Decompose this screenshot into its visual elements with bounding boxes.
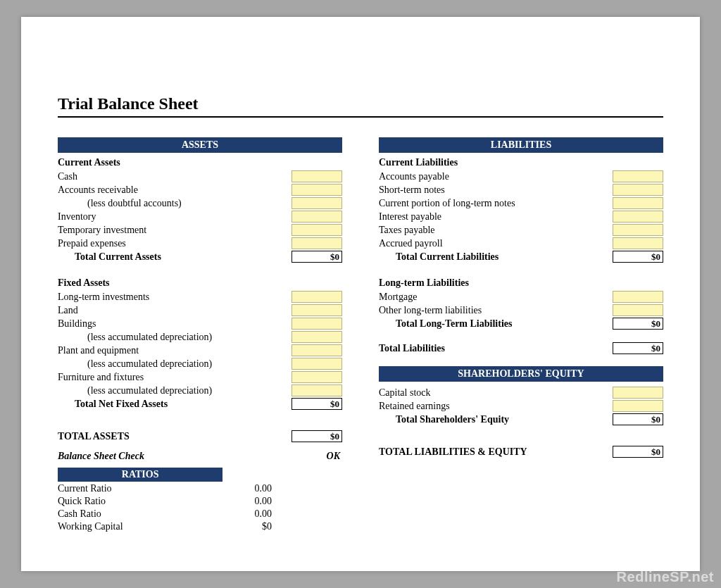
balance-check-row: Balance Sheet Check OK	[58, 451, 342, 462]
ratio-value: $0	[223, 521, 274, 534]
total-label: Total Long-Term Liabilities	[379, 318, 608, 330]
line-item: Interest payable	[379, 210, 663, 223]
line-item-label: Accrued payroll	[379, 238, 608, 249]
value-cell[interactable]	[291, 384, 342, 396]
page-title: Trial Balance Sheet	[58, 94, 663, 118]
value-cell[interactable]	[291, 237, 342, 249]
value-cell[interactable]	[291, 211, 342, 223]
line-item-label: Current portion of long-term notes	[379, 198, 608, 209]
value-cell[interactable]	[291, 318, 342, 330]
longterm-liabilities-heading: Long-term Liabilities	[379, 277, 663, 289]
value-cell[interactable]	[291, 331, 342, 343]
ratios-band: RATIOS	[58, 468, 222, 482]
line-item: Buildings	[58, 317, 342, 330]
line-item-label: (less doubtful accounts)	[58, 198, 287, 209]
value-cell[interactable]	[613, 211, 663, 223]
line-item-label: Taxes payable	[379, 225, 608, 236]
line-item-label: Capital stock	[379, 387, 608, 399]
value-cell[interactable]	[291, 224, 342, 236]
equity-items: Capital stockRetained earnings	[379, 386, 663, 413]
line-item: Short-term notes	[379, 183, 663, 196]
current-liabilities-items: Accounts payableShort-term notesCurrent …	[379, 170, 663, 250]
line-item-label: Furniture and fixtures	[58, 372, 287, 383]
line-item: Accounts receivable	[58, 183, 342, 196]
total-liabilities-row: Total Liabilities $0	[379, 342, 663, 355]
line-item-label: Interest payable	[379, 211, 608, 223]
liabilities-band: LIABILITIES	[379, 137, 663, 153]
total-liabilities-value: $0	[613, 342, 663, 354]
value-cell[interactable]	[291, 304, 342, 316]
line-item-label: Long-term investments	[58, 292, 287, 303]
value-cell[interactable]	[613, 237, 663, 249]
line-item: Furniture and fixtures	[58, 370, 342, 384]
value-cell[interactable]	[613, 197, 663, 209]
value-cell[interactable]	[613, 291, 663, 303]
line-item-label: Prepaid expenses	[58, 238, 287, 249]
ratio-label: Quick Ratio	[58, 496, 223, 508]
value-cell[interactable]	[291, 291, 342, 303]
line-item: Land	[58, 304, 342, 317]
line-item-label: Accounts receivable	[58, 184, 287, 196]
value-cell[interactable]	[613, 170, 663, 182]
line-item-label: Short-term notes	[379, 184, 608, 196]
line-item-label: Inventory	[58, 211, 287, 223]
value-cell[interactable]	[291, 344, 342, 356]
total-label: Total Shareholders' Equity	[379, 414, 608, 425]
total-assets-label: TOTAL ASSETS	[58, 431, 287, 442]
line-item: Retained earnings	[379, 399, 663, 413]
current-liabilities-total: Total Current Liabilities $0	[379, 250, 663, 263]
line-item-label: Accounts payable	[379, 171, 608, 182]
current-assets-heading: Current Assets	[58, 157, 342, 168]
line-item: Current portion of long-term notes	[379, 196, 663, 210]
line-item-label: (less accumulated depreciation)	[58, 332, 287, 343]
value-cell[interactable]	[291, 170, 342, 182]
line-item-label: (less accumulated depreciation)	[58, 358, 287, 370]
value-cell[interactable]	[613, 304, 663, 316]
line-item: Taxes payable	[379, 223, 663, 237]
line-item: Mortgage	[379, 290, 663, 304]
value-cell[interactable]	[291, 371, 342, 383]
line-item-label: Mortgage	[379, 292, 608, 303]
longterm-liabilities-items: MortgageOther long-term liabilities	[379, 290, 663, 317]
line-item: Inventory	[58, 210, 342, 223]
line-item: Cash	[58, 170, 342, 183]
current-assets-total: Total Current Assets $0	[58, 250, 342, 263]
total-value: $0	[613, 251, 663, 263]
value-cell[interactable]	[613, 224, 663, 236]
ratio-row: Working Capital$0	[58, 521, 274, 534]
total-label: Total Current Assets	[58, 251, 287, 263]
line-item: Prepaid expenses	[58, 237, 342, 250]
value-cell[interactable]	[291, 358, 342, 370]
line-item-label: Other long-term liabilities	[379, 305, 608, 316]
value-cell[interactable]	[613, 184, 663, 196]
ratio-row: Current Ratio0.00	[58, 483, 274, 496]
value-cell[interactable]	[291, 184, 342, 196]
total-liabilities-equity-row: TOTAL LIABILITIES & EQUITY $0	[379, 446, 663, 458]
line-item: (less doubtful accounts)	[58, 196, 342, 210]
total-value: $0	[613, 413, 663, 425]
line-item: Long-term investments	[58, 290, 342, 304]
line-item: Other long-term liabilities	[379, 304, 663, 317]
total-value: $0	[291, 251, 342, 263]
line-item: Plant and equipment	[58, 344, 342, 357]
line-item: Capital stock	[379, 386, 663, 399]
ratio-value: 0.00	[223, 508, 274, 521]
line-item-label: Cash	[58, 171, 287, 182]
assets-column: ASSETS Current Assets CashAccounts recei…	[58, 137, 342, 534]
value-cell[interactable]	[291, 197, 342, 209]
line-item: (less accumulated depreciation)	[58, 330, 342, 344]
ratio-row: Cash Ratio0.00	[58, 508, 274, 521]
watermark: RedlineSP.net	[617, 569, 714, 585]
fixed-assets-total: Total Net Fixed Assets $0	[58, 397, 342, 411]
total-value: $0	[613, 318, 663, 330]
total-liab-equity-value: $0	[613, 446, 663, 458]
ratios-items: Current Ratio0.00Quick Ratio0.00Cash Rat…	[58, 483, 342, 534]
ratio-row: Quick Ratio0.00	[58, 496, 274, 508]
fixed-assets-items: Long-term investmentsLandBuildings(less …	[58, 290, 342, 397]
ratio-value: 0.00	[223, 483, 274, 496]
fixed-assets-heading: Fixed Assets	[58, 277, 342, 289]
balance-check-value: OK	[291, 451, 342, 462]
value-cell[interactable]	[613, 400, 663, 412]
line-item: (less accumulated depreciation)	[58, 384, 342, 397]
value-cell[interactable]	[613, 387, 663, 399]
